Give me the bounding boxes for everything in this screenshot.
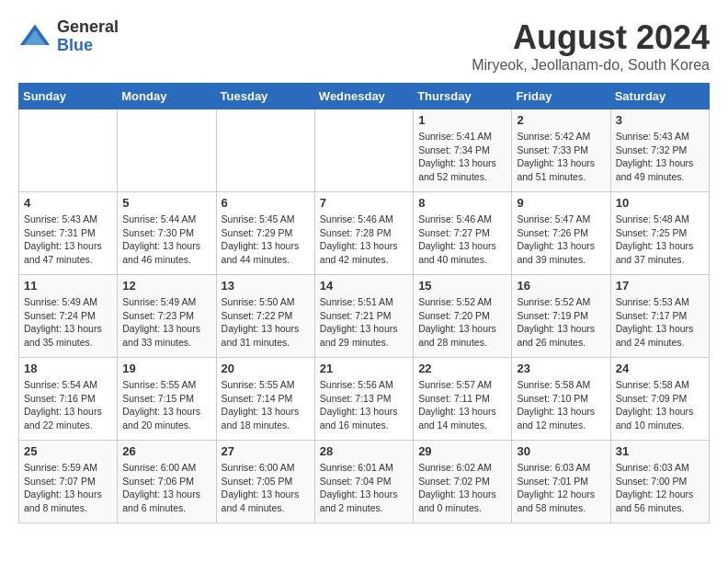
day-info: Sunrise: 5:49 AM Sunset: 7:24 PM Dayligh… [24,295,112,350]
day-info: Sunrise: 6:00 AM Sunset: 7:06 PM Dayligh… [122,461,210,515]
calendar-cell: 11Sunrise: 5:49 AM Sunset: 7:24 PM Dayli… [19,275,118,358]
day-number: 8 [418,196,506,210]
day-info: Sunrise: 5:49 AM Sunset: 7:23 PM Dayligh… [122,295,210,350]
calendar-cell: 5Sunrise: 5:44 AM Sunset: 7:30 PM Daylig… [118,192,216,275]
calendar-cell: 23Sunrise: 5:58 AM Sunset: 7:10 PM Dayli… [512,358,610,441]
calendar-header-cell: Monday [118,84,216,109]
calendar-cell: 10Sunrise: 5:48 AM Sunset: 7:25 PM Dayli… [610,192,709,275]
day-number: 4 [24,196,112,210]
logo-text: General Blue [57,18,119,55]
calendar-cell [314,109,413,192]
logo-general: General [57,18,119,37]
day-number: 12 [122,279,210,293]
day-number: 30 [517,444,605,458]
calendar-cell: 4Sunrise: 5:43 AM Sunset: 7:31 PM Daylig… [19,192,118,275]
calendar-body: 1Sunrise: 5:41 AM Sunset: 7:34 PM Daylig… [19,109,710,523]
day-number: 16 [517,279,605,293]
day-number: 26 [122,444,210,458]
calendar-cell: 27Sunrise: 6:00 AM Sunset: 7:05 PM Dayli… [216,441,314,523]
calendar-cell: 26Sunrise: 6:00 AM Sunset: 7:06 PM Dayli… [118,441,216,523]
calendar-cell: 25Sunrise: 5:59 AM Sunset: 7:07 PM Dayli… [19,441,118,523]
day-number: 31 [616,444,704,458]
day-info: Sunrise: 5:58 AM Sunset: 7:10 PM Dayligh… [517,378,605,432]
calendar-cell: 17Sunrise: 5:53 AM Sunset: 7:17 PM Dayli… [610,275,709,358]
calendar-cell: 14Sunrise: 5:51 AM Sunset: 7:21 PM Dayli… [314,275,413,358]
day-number: 18 [24,362,112,375]
day-number: 2 [517,113,605,127]
calendar-cell: 13Sunrise: 5:50 AM Sunset: 7:22 PM Dayli… [216,275,314,358]
calendar-header-cell: Sunday [19,84,118,109]
day-number: 7 [320,196,408,210]
day-info: Sunrise: 5:55 AM Sunset: 7:15 PM Dayligh… [122,378,210,432]
calendar-header-cell: Wednesday [314,84,413,109]
day-number: 21 [320,362,408,375]
calendar-cell [19,109,118,192]
calendar-cell: 12Sunrise: 5:49 AM Sunset: 7:23 PM Dayli… [118,275,216,358]
day-info: Sunrise: 5:58 AM Sunset: 7:09 PM Dayligh… [616,378,704,432]
calendar-cell: 21Sunrise: 5:56 AM Sunset: 7:13 PM Dayli… [314,358,413,441]
calendar-header-cell: Friday [512,84,610,109]
day-number: 17 [616,279,704,293]
calendar-week-row: 25Sunrise: 5:59 AM Sunset: 7:07 PM Dayli… [19,441,710,523]
calendar-cell: 18Sunrise: 5:54 AM Sunset: 7:16 PM Dayli… [19,358,118,441]
calendar-cell: 31Sunrise: 6:03 AM Sunset: 7:00 PM Dayli… [610,441,709,523]
day-info: Sunrise: 5:54 AM Sunset: 7:16 PM Dayligh… [24,378,112,432]
day-number: 22 [418,362,506,375]
day-info: Sunrise: 5:52 AM Sunset: 7:20 PM Dayligh… [418,295,506,350]
calendar-week-row: 1Sunrise: 5:41 AM Sunset: 7:34 PM Daylig… [19,109,710,192]
day-number: 23 [517,362,605,375]
day-info: Sunrise: 5:44 AM Sunset: 7:30 PM Dayligh… [122,213,210,267]
day-info: Sunrise: 5:55 AM Sunset: 7:14 PM Dayligh… [222,378,310,432]
calendar-cell: 24Sunrise: 5:58 AM Sunset: 7:09 PM Dayli… [610,358,709,441]
day-info: Sunrise: 5:50 AM Sunset: 7:22 PM Dayligh… [222,295,310,350]
day-info: Sunrise: 5:46 AM Sunset: 7:28 PM Dayligh… [320,213,408,267]
calendar-header-row: SundayMondayTuesdayWednesdayThursdayFrid… [19,84,710,109]
day-info: Sunrise: 6:01 AM Sunset: 7:04 PM Dayligh… [320,461,408,515]
calendar-cell: 9Sunrise: 5:47 AM Sunset: 7:26 PM Daylig… [512,192,610,275]
day-number: 6 [222,196,310,210]
calendar-cell: 20Sunrise: 5:55 AM Sunset: 7:14 PM Dayli… [216,358,314,441]
calendar-header-cell: Saturday [610,84,709,109]
day-number: 28 [320,444,408,458]
day-info: Sunrise: 5:43 AM Sunset: 7:31 PM Dayligh… [24,213,112,267]
day-number: 13 [222,279,310,293]
day-info: Sunrise: 5:42 AM Sunset: 7:33 PM Dayligh… [517,130,605,184]
calendar-cell: 15Sunrise: 5:52 AM Sunset: 7:20 PM Dayli… [414,275,512,358]
day-info: Sunrise: 5:59 AM Sunset: 7:07 PM Dayligh… [24,461,112,515]
day-info: Sunrise: 5:48 AM Sunset: 7:25 PM Dayligh… [616,213,704,267]
day-info: Sunrise: 5:43 AM Sunset: 7:32 PM Dayligh… [616,130,704,184]
day-info: Sunrise: 6:03 AM Sunset: 7:00 PM Dayligh… [616,461,704,515]
calendar-cell: 16Sunrise: 5:52 AM Sunset: 7:19 PM Dayli… [512,275,610,358]
day-number: 25 [24,444,112,458]
calendar-cell: 7Sunrise: 5:46 AM Sunset: 7:28 PM Daylig… [314,192,413,275]
day-number: 15 [418,279,506,293]
calendar-cell: 22Sunrise: 5:57 AM Sunset: 7:11 PM Dayli… [414,358,512,441]
page-header: General Blue August 2024 Miryeok, Jeolla… [18,18,710,74]
day-info: Sunrise: 5:56 AM Sunset: 7:13 PM Dayligh… [320,378,408,432]
day-info: Sunrise: 5:41 AM Sunset: 7:34 PM Dayligh… [418,130,506,184]
calendar-cell: 3Sunrise: 5:43 AM Sunset: 7:32 PM Daylig… [610,109,709,192]
calendar-week-row: 11Sunrise: 5:49 AM Sunset: 7:24 PM Dayli… [19,275,710,358]
day-info: Sunrise: 5:45 AM Sunset: 7:29 PM Dayligh… [222,213,310,267]
calendar-cell: 29Sunrise: 6:02 AM Sunset: 7:02 PM Dayli… [414,441,512,523]
day-number: 14 [320,279,408,293]
calendar-week-row: 4Sunrise: 5:43 AM Sunset: 7:31 PM Daylig… [19,192,710,275]
day-info: Sunrise: 6:00 AM Sunset: 7:05 PM Dayligh… [222,461,310,515]
logo-blue: Blue [57,37,119,55]
calendar-cell: 8Sunrise: 5:46 AM Sunset: 7:27 PM Daylig… [414,192,512,275]
calendar-header-cell: Thursday [414,84,512,109]
day-number: 24 [616,362,704,375]
day-info: Sunrise: 6:03 AM Sunset: 7:01 PM Dayligh… [517,461,605,515]
calendar-cell: 28Sunrise: 6:01 AM Sunset: 7:04 PM Dayli… [314,441,413,523]
day-number: 1 [418,113,506,127]
day-number: 27 [222,444,310,458]
calendar-week-row: 18Sunrise: 5:54 AM Sunset: 7:16 PM Dayli… [19,358,710,441]
day-number: 3 [616,113,704,127]
day-info: Sunrise: 6:02 AM Sunset: 7:02 PM Dayligh… [418,461,506,515]
day-number: 19 [122,362,210,375]
day-info: Sunrise: 5:52 AM Sunset: 7:19 PM Dayligh… [517,295,605,350]
day-number: 10 [616,196,704,210]
calendar-cell [118,109,216,192]
title-block: August 2024 Miryeok, Jeollanam-do, South… [472,18,710,74]
calendar-cell: 6Sunrise: 5:45 AM Sunset: 7:29 PM Daylig… [216,192,314,275]
